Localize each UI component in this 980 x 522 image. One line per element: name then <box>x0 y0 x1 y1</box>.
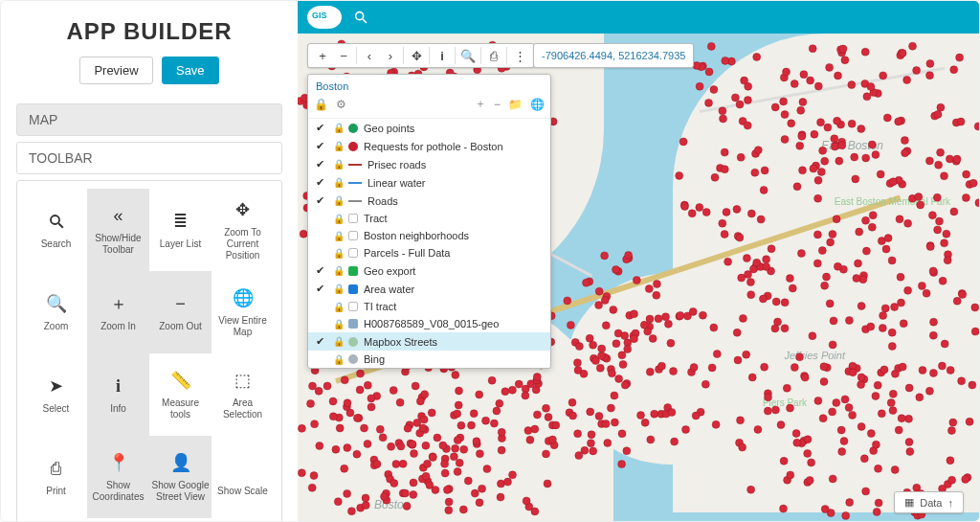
giscloud-logo-icon[interactable] <box>307 6 342 29</box>
layer-visibility-icon[interactable]: ✔ <box>316 140 327 152</box>
zoom-in-icon[interactable]: + <box>312 45 333 66</box>
layer-lock-icon[interactable]: 🔒 <box>333 141 343 151</box>
layer-lock-icon[interactable]: 🔒 <box>333 284 343 294</box>
tool-print[interactable]: ⎙Print <box>25 436 87 518</box>
zoom-out-icon[interactable]: − <box>333 45 354 66</box>
layer-row[interactable]: ✔🔒Geo export <box>308 261 550 280</box>
layer-visibility-icon[interactable]: ✔ <box>316 176 327 189</box>
layer-row[interactable]: ✔🔒Mapbox Streets <box>308 332 550 351</box>
layer-row[interactable]: ✔🔒Requests for pothole - Boston <box>308 137 550 155</box>
section-map-header[interactable]: MAP <box>16 103 282 136</box>
layer-lock-icon[interactable]: 🔒 <box>333 123 343 133</box>
layer-row[interactable]: 🔒Parcels - Full Data <box>308 244 550 261</box>
layer-row[interactable]: 🔒Boston neighborhoods <box>308 227 550 244</box>
layer-lock-icon[interactable]: 🔒 <box>333 214 343 224</box>
preview-button[interactable]: Preview <box>79 57 152 84</box>
tool-show-google-street-view[interactable]: 👤Show Google Street View <box>149 436 212 518</box>
layer-row[interactable]: 🔒H008768589_V08_0015-geo <box>308 315 550 332</box>
layer-lock-icon[interactable]: 🔒 <box>333 336 343 347</box>
delete-layer-icon[interactable]: − <box>494 98 501 111</box>
tool-show-scale[interactable]: Show Scale <box>212 436 274 518</box>
add-layer-icon[interactable]: ＋ <box>475 96 486 112</box>
layer-visibility-icon[interactable]: ✔ <box>316 122 327 134</box>
svg-line-3 <box>363 19 367 23</box>
tool-select[interactable]: ➤Select <box>25 353 87 436</box>
tool-show-hide-toolbar[interactable]: «Show/Hide Toolbar <box>87 189 149 271</box>
map-label-jeffries: Jeffries Point <box>784 350 845 361</box>
layer-lock-icon[interactable]: 🔒 <box>333 195 343 206</box>
tool-zoom-in[interactable]: ＋Zoom In <box>87 271 149 353</box>
tool-label: Print <box>46 486 66 497</box>
lock-icon[interactable]: 🔒 <box>314 98 328 111</box>
layer-swatch-icon <box>348 200 362 202</box>
layer-lock-icon[interactable]: 🔒 <box>333 231 343 241</box>
list-icon: ≣ <box>173 210 188 233</box>
back-icon[interactable]: ‹ <box>359 45 380 66</box>
layer-panel: Boston 🔒 ⚙ ＋ − 📁 🌐 ✔🔒Geo points✔🔒Request… <box>307 74 551 369</box>
forward-icon[interactable]: › <box>380 45 401 66</box>
globe-icon[interactable]: 🌐 <box>530 98 545 111</box>
layer-row[interactable]: 🔒Bing <box>308 351 550 368</box>
layer-lock-icon[interactable]: 🔒 <box>333 159 343 170</box>
tool-zoom-to-current-position[interactable]: ✥Zoom To Current Position <box>212 189 274 271</box>
tool-search[interactable]: Search <box>25 189 87 271</box>
tool-measure-tools[interactable]: 📏Measure tools <box>149 353 212 436</box>
layer-swatch-icon <box>348 142 358 151</box>
tool-label: Info <box>110 403 126 415</box>
svg-point-2 <box>356 12 364 20</box>
layer-visibility-icon[interactable]: ✔ <box>316 283 327 295</box>
map-label-east-boston: East Boston <box>821 139 883 152</box>
layer-row[interactable]: 🔒Tract <box>308 210 550 227</box>
layer-row[interactable]: ✔🔒Prisec roads <box>308 155 550 173</box>
print-icon[interactable]: ⎙ <box>483 45 504 66</box>
tool-zoom[interactable]: 🔍Zoom <box>25 271 87 353</box>
tool-zoom-out[interactable]: −Zoom Out <box>149 271 212 353</box>
tool-show-coordinates[interactable]: 📍Show Coordinates <box>87 436 149 518</box>
layer-swatch-icon <box>348 214 358 223</box>
layer-row[interactable]: ✔🔒Roads <box>308 192 550 210</box>
layer-label: Prisec roads <box>368 159 543 170</box>
tool-label: Show Scale <box>217 486 268 497</box>
data-panel-button[interactable]: ▦ Data ↑ <box>894 491 964 513</box>
layer-lock-icon[interactable]: 🔒 <box>333 265 343 276</box>
layer-row[interactable]: ✔🔒Linear water <box>308 173 550 192</box>
layer-lock-icon[interactable]: 🔒 <box>333 319 343 329</box>
more-icon[interactable]: ⋮ <box>509 45 530 66</box>
section-toolbar-header[interactable]: TOOLBAR <box>16 142 282 174</box>
tool-label: Zoom In <box>100 321 136 332</box>
layer-lock-icon[interactable]: 🔒 <box>333 177 343 188</box>
tool-info[interactable]: iInfo <box>87 353 149 436</box>
layer-visibility-icon[interactable]: ✔ <box>316 264 327 277</box>
layer-visibility-icon[interactable]: ✔ <box>316 194 327 207</box>
ruler-icon: 📏 <box>170 369 191 392</box>
layer-lock-icon[interactable]: 🔒 <box>333 302 343 312</box>
layer-label: Geo export <box>364 265 543 277</box>
settings-icon[interactable]: ⚙ <box>336 98 346 111</box>
tool-label: Show Coordinates <box>89 480 147 503</box>
zoom-box-icon[interactable]: 🔍 <box>457 45 479 66</box>
layer-label: Roads <box>368 195 543 207</box>
layer-row[interactable]: 🔒TI tract <box>308 298 550 315</box>
layer-label: Tract <box>364 213 543 224</box>
tool-view-entire-map[interactable]: 🌐View Entire Map <box>212 271 274 353</box>
coordinate-readout[interactable]: -7906426.4494, 5216234.7935 <box>533 43 694 68</box>
layer-lock-icon[interactable]: 🔒 <box>333 354 343 365</box>
tool-layer-list[interactable]: ≣Layer List <box>149 189 212 271</box>
folder-icon[interactable]: 📁 <box>508 98 523 111</box>
info-icon[interactable]: i <box>432 45 453 66</box>
cursor-icon: ➤ <box>49 374 63 397</box>
layer-visibility-icon[interactable]: ✔ <box>316 158 327 170</box>
project-name[interactable]: Boston <box>308 75 550 94</box>
save-button[interactable]: Save <box>162 57 219 84</box>
map-label-boston: Boston <box>374 498 410 511</box>
layer-lock-icon[interactable]: 🔒 <box>333 248 343 259</box>
tool-area-selection[interactable]: ⬚Area Selection <box>212 353 274 436</box>
layer-row[interactable]: ✔🔒Geo points <box>308 119 550 137</box>
target-icon: ✥ <box>235 198 250 221</box>
search-icon[interactable] <box>353 10 368 25</box>
pan-icon[interactable]: ✥ <box>406 45 427 66</box>
map-area[interactable]: East Boston East Boston Memorial Park Pi… <box>298 1 979 522</box>
layer-swatch-icon <box>348 231 358 240</box>
layer-visibility-icon[interactable]: ✔ <box>316 335 327 348</box>
layer-row[interactable]: ✔🔒Area water <box>308 280 550 298</box>
